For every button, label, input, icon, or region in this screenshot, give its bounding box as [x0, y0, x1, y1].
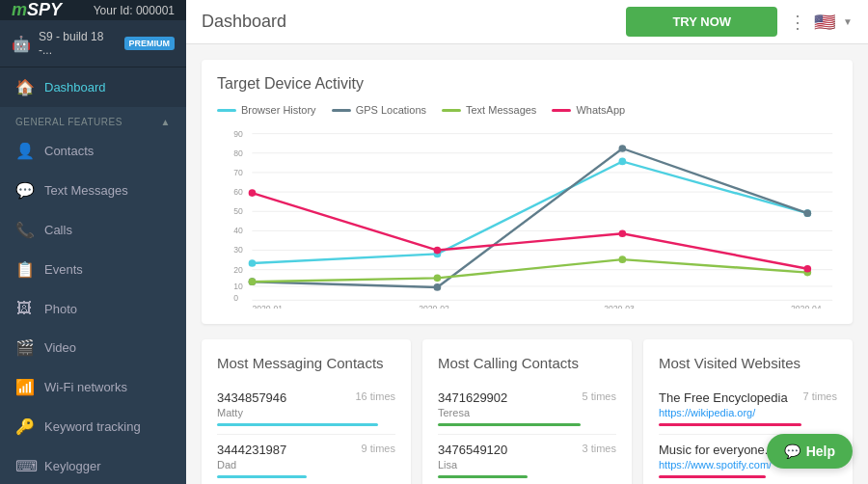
msg-name-1: Dad: [217, 459, 286, 471]
wifi-label: Wi-Fi networks: [44, 380, 127, 394]
website-url-1[interactable]: https://www.spotify.com/: [659, 459, 772, 471]
legend-whatsapp: WhatsApp: [552, 104, 625, 116]
svg-point-33: [434, 275, 442, 282]
video-label: Video: [44, 340, 76, 355]
messaging-contacts-title: Most Messaging Contacts: [217, 355, 395, 371]
legend-label-whatsapp: WhatsApp: [576, 104, 625, 116]
android-icon: 🤖: [12, 35, 31, 53]
nav-photo[interactable]: 🖼 Photo: [0, 289, 186, 328]
chart-area: 90 80 70 60 50 40 30 20 10 0: [217, 125, 837, 309]
website-name-1: Music for everyone.: [659, 443, 772, 457]
text-messages-icon: 💬: [15, 181, 33, 200]
video-icon: 🎬: [15, 338, 33, 357]
call-bar-1: [438, 475, 528, 478]
logo: mSPY: [12, 0, 62, 20]
nav-video[interactable]: 🎬 Video: [0, 328, 186, 367]
svg-text:0: 0: [233, 293, 238, 303]
call-name-1: Lisa: [438, 459, 507, 471]
svg-text:2020-03: 2020-03: [604, 304, 635, 309]
messaging-contact-1: 3444231987 Dad 9 times: [217, 435, 395, 484]
legend-gps: GPS Locations: [332, 104, 426, 116]
dashboard-label: Dashboard: [44, 80, 106, 94]
nav-wifi[interactable]: 📶 Wi-Fi networks: [0, 367, 186, 407]
svg-text:50: 50: [233, 206, 243, 216]
dropdown-chevron-icon[interactable]: ▼: [843, 16, 853, 27]
svg-point-29: [434, 283, 442, 291]
call-number-1: 3476549120: [438, 443, 507, 457]
calls-label: Calls: [44, 223, 72, 237]
website-url-0[interactable]: https://wikipedia.org/: [659, 407, 788, 418]
try-now-button[interactable]: TRY NOW: [626, 7, 777, 37]
legend-label-gps: GPS Locations: [356, 104, 426, 116]
content-area: Target Device Activity Browser History G…: [186, 44, 868, 484]
keyword-label: Keyword tracking: [44, 419, 141, 434]
keylogger-label: Keylogger: [44, 459, 101, 473]
svg-point-36: [249, 189, 257, 197]
nav-text-messages[interactable]: 💬 Text Messages: [0, 171, 186, 210]
nav-keylogger[interactable]: ⌨ Keylogger: [0, 446, 186, 484]
svg-point-39: [803, 265, 811, 273]
nav-contacts[interactable]: 👤 Contacts: [0, 131, 186, 171]
chart-svg: 90 80 70 60 50 40 30 20 10 0: [217, 125, 837, 309]
msg-bar-1: [217, 475, 307, 478]
keyword-icon: 🔑: [15, 417, 33, 436]
svg-text:60: 60: [233, 187, 243, 197]
msg-bar-0: [217, 423, 378, 426]
messaging-contact-0: 3434857946 Matty 16 times: [217, 383, 395, 435]
legend-text-messages: Text Messages: [442, 104, 536, 116]
collapse-icon[interactable]: ▲: [161, 117, 171, 127]
wifi-icon: 📶: [15, 378, 33, 396]
svg-text:40: 40: [233, 226, 243, 235]
more-options-icon[interactable]: ⋮: [789, 12, 806, 33]
msg-name-0: Matty: [217, 407, 286, 418]
help-label: Help: [806, 444, 835, 459]
calls-icon: 📞: [15, 221, 33, 239]
device-label: S9 - build 18 -...: [39, 30, 117, 57]
text-messages-label: Text Messages: [44, 183, 128, 198]
main-content: Dashboard TRY NOW ⋮ 🇺🇸 ▼ Target Device A…: [186, 0, 868, 484]
legend-color-whatsapp: [552, 109, 571, 112]
page-title: Dashboard: [202, 12, 614, 32]
photo-label: Photo: [44, 302, 77, 316]
help-button[interactable]: 💬 Help: [767, 434, 853, 469]
svg-point-38: [619, 229, 627, 237]
call-times-1: 3 times: [583, 443, 616, 454]
website-times-0: 7 times: [803, 390, 837, 418]
msg-times-0: 16 times: [355, 390, 395, 402]
device-row[interactable]: 🤖 S9 - build 18 -... PREMIUM: [0, 20, 186, 67]
dashboard-icon: 🏠: [15, 78, 33, 96]
svg-point-34: [619, 255, 627, 263]
legend-color-browser: [217, 109, 236, 112]
contacts-label: Contacts: [44, 144, 94, 158]
legend-label-text: Text Messages: [466, 104, 536, 116]
calling-contact-0: 3471629902 Teresa 5 times: [438, 383, 616, 435]
keylogger-icon: ⌨: [15, 457, 33, 475]
call-times-0: 5 times: [583, 390, 616, 402]
flag-icon[interactable]: 🇺🇸: [814, 12, 835, 33]
nav-dashboard[interactable]: 🏠 Dashboard: [0, 67, 186, 107]
topbar: Dashboard TRY NOW ⋮ 🇺🇸 ▼: [186, 0, 868, 44]
call-bar-0: [438, 423, 581, 426]
websites-title: Most Visited Websites: [659, 355, 837, 371]
msg-number-1: 3444231987: [217, 443, 286, 457]
legend-color-gps: [332, 109, 351, 112]
nav-keyword[interactable]: 🔑 Keyword tracking: [0, 407, 186, 446]
calling-contacts-card: Most Calling Contacts 3471629902 Teresa …: [422, 339, 632, 484]
svg-point-30: [619, 145, 627, 152]
logo-spy: SPY: [27, 0, 62, 19]
photo-icon: 🖼: [15, 300, 33, 317]
legend-browser-history: Browser History: [217, 104, 316, 116]
sidebar-header: mSPY Your Id: 000001: [0, 0, 186, 20]
svg-text:90: 90: [233, 129, 243, 139]
premium-badge: PREMIUM: [124, 37, 176, 50]
svg-text:30: 30: [233, 245, 243, 255]
events-label: Events: [44, 262, 83, 277]
msg-number-0: 3434857946: [217, 390, 286, 405]
calling-contact-1: 3476549120 Lisa 3 times: [438, 435, 616, 484]
nav-calls[interactable]: 📞 Calls: [0, 210, 186, 250]
chart-card: Target Device Activity Browser History G…: [202, 60, 853, 324]
svg-point-32: [249, 278, 257, 285]
svg-text:2020-04: 2020-04: [791, 304, 822, 309]
nav-events[interactable]: 📋 Events: [0, 250, 186, 289]
chat-icon: 💬: [784, 444, 800, 459]
